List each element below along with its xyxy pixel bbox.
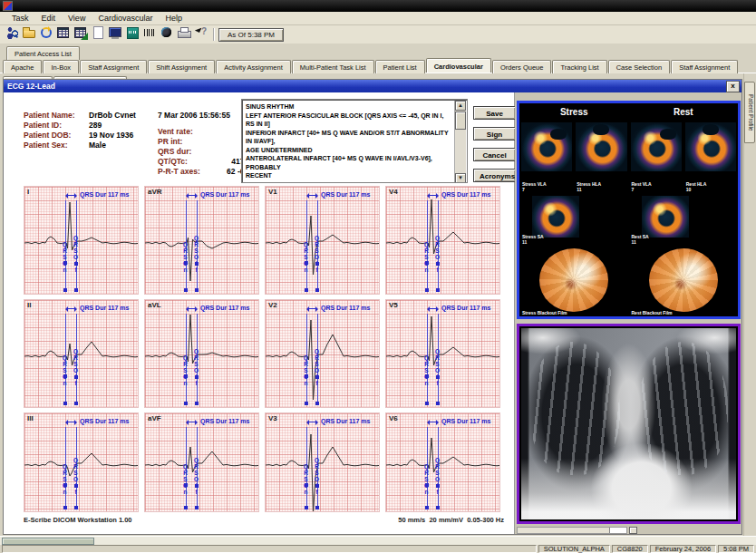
worklist-grid-icon[interactable] bbox=[56, 25, 71, 40]
tab-staff-assignment[interactable]: Staff Assignment bbox=[80, 60, 147, 73]
nuclear-image-rest-vla[interactable]: Rest VLA7 bbox=[629, 121, 683, 194]
close-icon[interactable]: x bbox=[726, 81, 740, 92]
tab-case-selection[interactable]: Case Selection bbox=[608, 60, 670, 73]
marker-handle[interactable] bbox=[184, 261, 188, 265]
nuclear-image-rest-hla[interactable]: Rest HLA10 bbox=[683, 121, 738, 194]
scrollbar-thumb[interactable] bbox=[455, 112, 466, 130]
marker-handle[interactable] bbox=[315, 262, 319, 266]
marker-handle[interactable] bbox=[315, 288, 319, 292]
xray-scrollbar-thumb[interactable] bbox=[518, 528, 610, 533]
main-scrollbar-thumb[interactable] bbox=[2, 538, 94, 545]
barcode-icon[interactable] bbox=[142, 25, 157, 40]
print-icon[interactable] bbox=[177, 25, 191, 40]
marker-handle[interactable] bbox=[184, 288, 188, 292]
results-icon[interactable] bbox=[125, 25, 140, 40]
tab-staff-assignment[interactable]: Staff Assignment bbox=[671, 60, 738, 73]
menu-edit[interactable]: Edit bbox=[35, 13, 63, 24]
marker-handle[interactable] bbox=[315, 375, 319, 379]
xray-horizontal-scrollbar[interactable] bbox=[517, 527, 627, 534]
assignment-grid-icon[interactable] bbox=[73, 25, 88, 40]
marker-handle[interactable] bbox=[63, 288, 67, 292]
marker-handle[interactable] bbox=[74, 506, 78, 509]
tab-in-box[interactable]: In-Box bbox=[43, 60, 79, 73]
marker-handle[interactable] bbox=[63, 374, 67, 378]
marker-handle[interactable] bbox=[184, 506, 188, 509]
menu-cardiovascular[interactable]: Cardiovascular bbox=[92, 13, 159, 24]
marker-handle[interactable] bbox=[195, 402, 199, 405]
refresh-icon[interactable] bbox=[39, 25, 53, 40]
tab-cardiovascular[interactable]: Cardiovascular bbox=[426, 58, 491, 73]
interpretation-textbox[interactable]: SINUS RHYTHMLEFT ANTERIOR FASCICULAR BLO… bbox=[241, 99, 468, 183]
menu-help[interactable]: Help bbox=[159, 13, 189, 24]
marker-handle[interactable] bbox=[425, 402, 429, 405]
tab-patient-list[interactable]: Patient List bbox=[375, 60, 425, 73]
marker-handle[interactable] bbox=[436, 484, 440, 488]
ecg-window-titlebar[interactable]: ECG 12-Lead x bbox=[4, 80, 741, 92]
save-button[interactable]: Save bbox=[473, 106, 516, 120]
tab-tracking-list[interactable]: Tracking List bbox=[552, 60, 606, 73]
marker-handle[interactable] bbox=[184, 374, 188, 378]
polar-map-stress-blackout-film[interactable]: Stress Blackout Film bbox=[519, 247, 629, 317]
marker-handle[interactable] bbox=[195, 506, 199, 509]
marker-handle[interactable] bbox=[195, 375, 199, 379]
nuclear-image-stress-hla[interactable]: Stress HLA11 bbox=[574, 121, 628, 194]
marker-handle[interactable] bbox=[63, 483, 67, 487]
marker-handle[interactable] bbox=[195, 288, 199, 292]
marker-handle[interactable] bbox=[74, 288, 78, 292]
marker-handle[interactable] bbox=[436, 262, 440, 266]
chest-xray-viewer[interactable] bbox=[517, 324, 741, 524]
nuclear-image-stress-sa[interactable]: Stress SA11 bbox=[519, 194, 629, 247]
marker-handle[interactable] bbox=[63, 506, 67, 509]
marker-handle[interactable] bbox=[425, 288, 429, 292]
side-tab-patient-profile[interactable]: Patient Profile bbox=[744, 82, 755, 143]
marker-handle[interactable] bbox=[195, 262, 199, 266]
main-horizontal-scrollbar[interactable] bbox=[0, 536, 756, 545]
marker-handle[interactable] bbox=[436, 375, 440, 379]
marker-handle[interactable] bbox=[305, 506, 308, 509]
search-patient-icon[interactable] bbox=[5, 25, 19, 40]
marker-handle[interactable] bbox=[74, 262, 78, 266]
context-help-icon[interactable] bbox=[194, 25, 208, 40]
new-document-icon[interactable] bbox=[91, 25, 105, 40]
scroll-up-icon[interactable]: ▲ bbox=[455, 101, 466, 111]
marker-handle[interactable] bbox=[315, 484, 319, 488]
marker-handle[interactable] bbox=[436, 288, 440, 292]
tab-activity-assignment[interactable]: Activity Assignment bbox=[216, 60, 291, 73]
xray-scroll-right-button[interactable] bbox=[629, 527, 637, 534]
tab-apache[interactable]: Apache bbox=[3, 60, 42, 73]
open-folder-icon[interactable] bbox=[22, 25, 36, 40]
marker-handle[interactable] bbox=[425, 483, 429, 487]
sign-button[interactable]: Sign bbox=[473, 127, 516, 141]
tab-orders-queue[interactable]: Orders Queue bbox=[492, 60, 552, 73]
marker-handle[interactable] bbox=[63, 261, 67, 265]
marker-handle[interactable] bbox=[425, 374, 429, 378]
marker-handle[interactable] bbox=[425, 261, 429, 265]
marker-handle[interactable] bbox=[305, 483, 308, 487]
cancel-button[interactable]: Cancel bbox=[473, 148, 516, 161]
marker-handle[interactable] bbox=[184, 483, 188, 487]
marker-handle[interactable] bbox=[195, 484, 199, 488]
marker-handle[interactable] bbox=[184, 402, 188, 405]
menu-task[interactable]: Task bbox=[5, 13, 35, 24]
as-of-time-button[interactable]: As Of 5:38 PM bbox=[218, 28, 284, 42]
marker-handle[interactable] bbox=[305, 261, 308, 265]
marker-handle[interactable] bbox=[315, 506, 319, 509]
scroll-down-icon[interactable]: ▼ bbox=[455, 173, 466, 183]
nuclear-perfusion-viewer[interactable]: Stress Rest Stress VLA7Stress HLA11Rest … bbox=[517, 101, 741, 319]
marker-handle[interactable] bbox=[425, 506, 429, 509]
monitor-icon[interactable] bbox=[108, 25, 122, 40]
polar-map-rest-blackout-film[interactable]: Rest Blackout Film bbox=[629, 247, 739, 317]
acronyms-button[interactable]: Acronyms bbox=[473, 169, 516, 182]
marker-handle[interactable] bbox=[436, 506, 440, 509]
marker-handle[interactable] bbox=[74, 402, 78, 405]
nuclear-image-stress-vla[interactable]: Stress VLA7 bbox=[519, 121, 574, 194]
tab-shift-assignment[interactable]: Shift Assignment bbox=[148, 60, 215, 73]
marker-handle[interactable] bbox=[315, 402, 319, 405]
interpretation-scrollbar[interactable]: ▲ ▼ bbox=[454, 101, 466, 183]
marker-handle[interactable] bbox=[305, 374, 308, 378]
marker-handle[interactable] bbox=[74, 375, 78, 379]
marker-handle[interactable] bbox=[74, 484, 78, 488]
marker-handle[interactable] bbox=[305, 288, 308, 292]
marker-handle[interactable] bbox=[63, 402, 67, 405]
menu-view[interactable]: View bbox=[62, 13, 92, 24]
